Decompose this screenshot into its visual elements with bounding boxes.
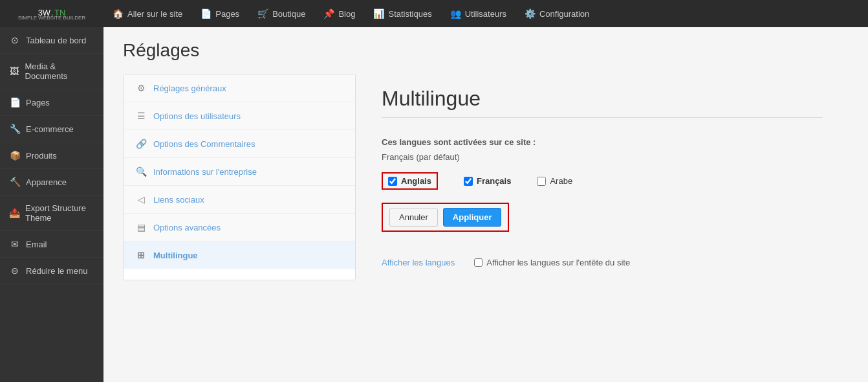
nav-item-home[interactable]: 🏠 Aller sur le site xyxy=(103,0,191,27)
liens-sociaux-icon: ◁ xyxy=(135,194,147,205)
nav-item-blog[interactable]: 📌 Blog xyxy=(314,0,364,27)
e-commerce-icon: 🔧 xyxy=(9,124,21,134)
sidebar-item-e-commerce[interactable]: 🔧 E-commerce xyxy=(0,116,103,142)
nav-item-pages[interactable]: 📄 Pages xyxy=(191,0,248,27)
label-anglais: Anglais xyxy=(401,176,431,186)
sidebar-item-produits[interactable]: 📦 Produits xyxy=(0,142,103,169)
options-avancees-icon: ▤ xyxy=(135,222,147,232)
sidebar-label-produits: Produits xyxy=(26,151,57,161)
settings-menu-item-reglages-generaux[interactable]: ⚙ Réglages généraux xyxy=(124,74,355,102)
nav-item-statistiques[interactable]: 📊 Statistiques xyxy=(364,0,440,27)
logo[interactable]: 3W . TN SIMPLE WEBSITE BUILDER xyxy=(0,0,103,27)
panel-title: Multilingue xyxy=(382,87,823,111)
afficher-check[interactable]: Afficher les langues sur l'entête du sit… xyxy=(474,258,630,267)
settings-menu-label-reglages-generaux: Réglages généraux xyxy=(153,84,226,93)
label-francais: Français xyxy=(477,176,511,186)
nav-label-blog: Blog xyxy=(338,9,355,19)
nav-label-statistiques: Statistiques xyxy=(388,9,431,19)
nav-label-configuration: Configuration xyxy=(539,9,589,19)
nav-label-home: Aller sur le site xyxy=(127,9,182,19)
lang-default: Français (par défaut) xyxy=(382,152,823,162)
boutique-icon: 🛒 xyxy=(257,8,268,19)
settings-menu-item-informations-entreprise[interactable]: 🔍 Informations sur l'entreprise xyxy=(124,158,355,186)
sidebar-label-pages: Pages xyxy=(26,98,50,107)
annuler-button[interactable]: Annuler xyxy=(389,208,438,227)
appliquer-button[interactable]: Appliquer xyxy=(443,208,502,227)
pages-sidebar-icon: 📄 xyxy=(9,97,21,107)
informations-entreprise-icon: 🔍 xyxy=(135,166,147,177)
lang-check-francais[interactable]: Français xyxy=(464,176,511,186)
sidebar-label-media-documents: Media & Documents xyxy=(25,62,94,81)
sidebar-label-tableau-de-bord: Tableau de bord xyxy=(26,36,86,45)
afficher-langues-link[interactable]: Afficher les langues xyxy=(382,258,455,267)
lang-checkboxes: Anglais Français Arabe xyxy=(382,172,823,190)
afficher-row: Afficher les langues Afficher les langue… xyxy=(382,258,823,267)
logo-tagline: SIMPLE WEBSITE BUILDER xyxy=(18,15,85,21)
settings-menu-item-options-avancees[interactable]: ▤ Options avancées xyxy=(124,214,355,242)
top-navigation: 3W . TN SIMPLE WEBSITE BUILDER 🏠 Aller s… xyxy=(0,0,868,27)
nav-item-configuration[interactable]: ⚙️ Configuration xyxy=(515,0,598,27)
options-commentaires-icon: 🔗 xyxy=(135,139,147,149)
nav-label-utilisateurs: Utilisateurs xyxy=(465,9,506,19)
tableau-de-bord-icon: ⊙ xyxy=(9,35,21,45)
checkbox-entete[interactable] xyxy=(474,258,483,267)
settings-menu-item-options-utilisateurs[interactable]: ☰ Options des utilisateurs xyxy=(124,102,355,130)
pages-icon: 📄 xyxy=(201,8,212,19)
multilingue-icon: ⊞ xyxy=(135,250,147,260)
reduire-icon: ⊖ xyxy=(9,265,21,276)
settings-menu-item-liens-sociaux[interactable]: ◁ Liens sociaux xyxy=(124,186,355,214)
sidebar-label-export-structure-theme: Export Structure Theme xyxy=(25,203,94,223)
home-icon: 🏠 xyxy=(113,8,124,19)
sidebar-item-apparence[interactable]: 🔨 Apparence xyxy=(0,169,103,196)
action-buttons: Annuler Appliquer xyxy=(382,203,509,232)
media-documents-icon: 🖼 xyxy=(9,66,20,76)
sidebar-item-media-documents[interactable]: 🖼 Media & Documents xyxy=(0,54,103,89)
settings-panel: Multilingue Ces langues sont activées su… xyxy=(356,74,849,280)
email-icon: ✉ xyxy=(9,239,21,249)
settings-menu-label-options-utilisateurs: Options des utilisateurs xyxy=(153,111,241,121)
sidebar-item-export-structure-theme[interactable]: 📤 Export Structure Theme xyxy=(0,196,103,231)
settings-layout: ⚙ Réglages généraux ☰ Options des utilis… xyxy=(123,74,849,280)
settings-menu-item-options-commentaires[interactable]: 🔗 Options des Commentaires xyxy=(124,130,355,158)
settings-menu: ⚙ Réglages généraux ☰ Options des utilis… xyxy=(123,74,356,280)
settings-menu-label-informations-entreprise: Informations sur l'entreprise xyxy=(153,167,257,177)
settings-menu-label-multilingue: Multilingue xyxy=(153,251,198,260)
export-icon: 📤 xyxy=(9,208,20,218)
nav-item-utilisateurs[interactable]: 👥 Utilisateurs xyxy=(441,0,515,27)
utilisateurs-icon: 👥 xyxy=(450,8,461,19)
options-utilisateurs-icon: ☰ xyxy=(135,111,147,121)
reglages-generaux-icon: ⚙ xyxy=(135,83,147,93)
label-arabe: Arabe xyxy=(550,176,572,186)
configuration-icon: ⚙️ xyxy=(525,8,536,19)
lang-check-anglais[interactable]: Anglais xyxy=(382,172,438,190)
sidebar-item-reduire-menu[interactable]: ⊖ Réduire le menu xyxy=(0,258,103,284)
settings-menu-label-liens-sociaux: Liens sociaux xyxy=(153,195,204,205)
content-area: Réglages ⚙ Réglages généraux ☰ Options d… xyxy=(103,27,868,382)
checkbox-arabe[interactable] xyxy=(537,177,546,186)
lang-check-arabe[interactable]: Arabe xyxy=(537,176,572,186)
nav-label-pages: Pages xyxy=(215,9,239,19)
nav-item-boutique[interactable]: 🛒 Boutique xyxy=(248,0,314,27)
checkbox-francais[interactable] xyxy=(464,177,473,186)
statistiques-icon: 📊 xyxy=(373,8,384,19)
sidebar-label-apparence: Apparence xyxy=(26,177,67,187)
panel-divider xyxy=(382,117,823,118)
lang-activated-label: Ces langues sont activées sur ce site : xyxy=(382,137,823,147)
sidebar-label-email: Email xyxy=(26,240,47,249)
sidebar: ⊙ Tableau de bord 🖼 Media & Documents 📄 … xyxy=(0,27,103,382)
sidebar-item-tableau-de-bord[interactable]: ⊙ Tableau de bord xyxy=(0,27,103,54)
settings-menu-label-options-commentaires: Options des Commentaires xyxy=(153,139,255,149)
blog-icon: 📌 xyxy=(323,8,334,19)
checkbox-anglais[interactable] xyxy=(388,177,397,186)
apparence-icon: 🔨 xyxy=(9,177,21,187)
settings-menu-label-options-avancees: Options avancées xyxy=(153,223,221,232)
sidebar-item-pages[interactable]: 📄 Pages xyxy=(0,89,103,116)
label-afficher-entete: Afficher les langues sur l'entête du sit… xyxy=(486,258,630,267)
sidebar-item-email[interactable]: ✉ Email xyxy=(0,231,103,258)
produits-icon: 📦 xyxy=(9,150,21,161)
settings-menu-item-multilingue[interactable]: ⊞ Multilingue xyxy=(124,242,355,269)
sidebar-label-reduire-menu: Réduire le menu xyxy=(26,266,87,276)
nav-label-boutique: Boutique xyxy=(272,9,305,19)
nav-items: 🏠 Aller sur le site 📄 Pages 🛒 Boutique 📌… xyxy=(103,0,598,27)
sidebar-label-e-commerce: E-commerce xyxy=(26,124,74,134)
